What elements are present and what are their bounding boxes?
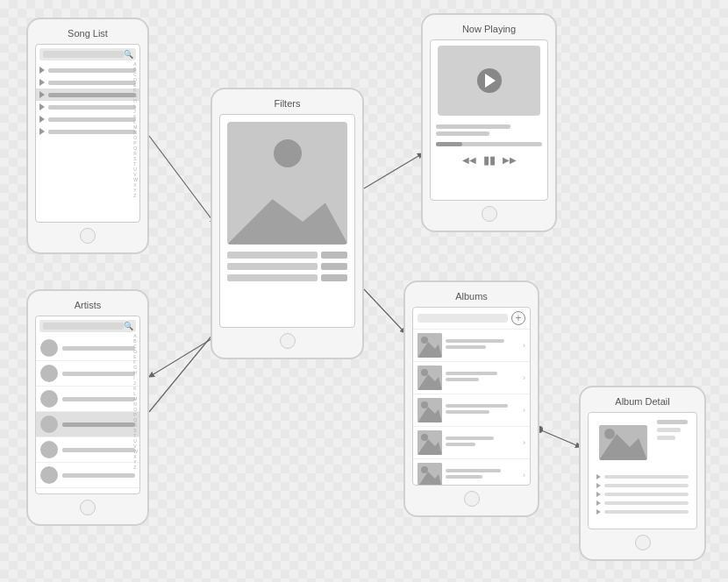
artist-row xyxy=(36,412,139,437)
song-row xyxy=(36,101,139,113)
album-info xyxy=(446,404,519,416)
alphabet-sidebar: A B C D E F G H I J K L M N O P Q R S T … xyxy=(133,334,138,470)
song-line xyxy=(48,117,136,122)
song-list-title: Song List xyxy=(68,28,108,39)
albums-title: Albums xyxy=(455,291,488,302)
track-row[interactable] xyxy=(596,481,689,490)
pause-button[interactable]: ▮▮ xyxy=(483,153,496,167)
album-subtitle xyxy=(446,443,475,446)
progress-track xyxy=(436,142,542,146)
song-line xyxy=(48,130,136,134)
album-thumb xyxy=(418,333,442,358)
song-list-phone: Song List 🔍 xyxy=(26,18,149,254)
play-icon xyxy=(39,116,45,123)
home-button[interactable] xyxy=(280,333,296,349)
filter-bar-row xyxy=(227,274,347,281)
album-title xyxy=(446,372,497,375)
artist-row xyxy=(36,336,139,361)
mountain-icon xyxy=(227,184,348,245)
song-row xyxy=(36,125,139,138)
song-line xyxy=(48,81,136,85)
fast-forward-button[interactable]: ▶▶ xyxy=(503,155,517,165)
album-thumb xyxy=(418,398,442,422)
album-title xyxy=(446,436,494,440)
song-list-search[interactable]: 🔍 xyxy=(39,48,136,60)
filter-bars xyxy=(220,252,354,281)
play-icon xyxy=(39,67,45,74)
album-title xyxy=(446,469,501,472)
home-button[interactable] xyxy=(482,206,497,222)
artist-name-line xyxy=(436,131,489,136)
album-detail-phone: Album Detail xyxy=(579,386,706,561)
svg-point-12 xyxy=(421,337,428,344)
song-line xyxy=(48,68,136,73)
track-row[interactable] xyxy=(596,507,689,516)
song-line xyxy=(48,93,136,97)
artist-row xyxy=(36,387,139,412)
track-play-icon xyxy=(596,509,601,515)
album-row[interactable]: › xyxy=(413,394,530,427)
track-title xyxy=(604,501,689,505)
song-row xyxy=(36,64,139,76)
song-line xyxy=(48,105,136,110)
album-row[interactable]: › xyxy=(413,427,530,459)
artist-row xyxy=(36,361,139,387)
svg-line-1 xyxy=(364,153,423,188)
artist-line xyxy=(62,372,135,376)
now-playing-screen: ◀◀ ▮▮ ▶▶ xyxy=(430,39,548,201)
album-art-area xyxy=(438,46,540,116)
album-cover xyxy=(599,425,647,460)
progress-fill xyxy=(436,142,462,146)
add-album-button[interactable]: + xyxy=(511,311,525,325)
track-row[interactable] xyxy=(596,499,689,507)
play-icon xyxy=(39,79,45,86)
track-title xyxy=(604,493,689,496)
artist-avatar xyxy=(40,390,58,408)
albums-phone: Albums + › xyxy=(403,280,539,517)
album-info xyxy=(446,436,519,449)
artist-line xyxy=(62,422,135,427)
album-row[interactable]: › xyxy=(413,330,530,362)
filter-bar-short xyxy=(321,274,347,281)
home-button[interactable] xyxy=(80,500,96,515)
album-info xyxy=(446,339,519,351)
track-row[interactable] xyxy=(596,472,689,481)
albums-search[interactable] xyxy=(418,314,508,323)
album-info xyxy=(446,469,519,481)
svg-line-4 xyxy=(364,289,405,333)
home-button[interactable] xyxy=(80,228,96,244)
album-row[interactable]: › xyxy=(413,362,530,394)
progress-bar-area[interactable] xyxy=(431,142,547,146)
play-icon xyxy=(39,103,45,110)
chevron-right-icon: › xyxy=(523,341,525,350)
svg-marker-9 xyxy=(227,199,348,245)
albums-header: + xyxy=(413,308,530,330)
home-button[interactable] xyxy=(464,491,480,507)
artist-line xyxy=(62,473,135,478)
play-button-large[interactable] xyxy=(477,68,502,93)
svg-point-24 xyxy=(421,466,428,473)
chevron-right-icon: › xyxy=(523,373,525,382)
svg-line-3 xyxy=(149,329,218,412)
svg-line-5 xyxy=(539,429,581,447)
album-detail-info xyxy=(657,420,691,465)
album-title xyxy=(446,339,504,343)
rewind-button[interactable]: ◀◀ xyxy=(462,155,476,165)
album-title xyxy=(446,404,508,408)
track-row[interactable] xyxy=(596,490,689,499)
chevron-right-icon: › xyxy=(523,438,525,447)
play-icon xyxy=(39,128,45,135)
now-playing-phone: Now Playing ◀◀ ▮▮ ▶▶ xyxy=(421,13,557,232)
home-button[interactable] xyxy=(635,535,651,550)
album-row[interactable]: › xyxy=(413,459,530,486)
track-play-icon xyxy=(596,500,601,506)
track-play-icon xyxy=(596,474,601,479)
artist-row xyxy=(36,463,139,488)
svg-line-0 xyxy=(149,136,215,224)
now-playing-title: Now Playing xyxy=(462,24,516,34)
artists-search[interactable]: 🔍 xyxy=(39,320,136,332)
filters-screen xyxy=(219,114,355,328)
song-row xyxy=(36,76,139,89)
album-thumb xyxy=(418,366,442,390)
playback-controls: ◀◀ ▮▮ ▶▶ xyxy=(431,150,547,170)
